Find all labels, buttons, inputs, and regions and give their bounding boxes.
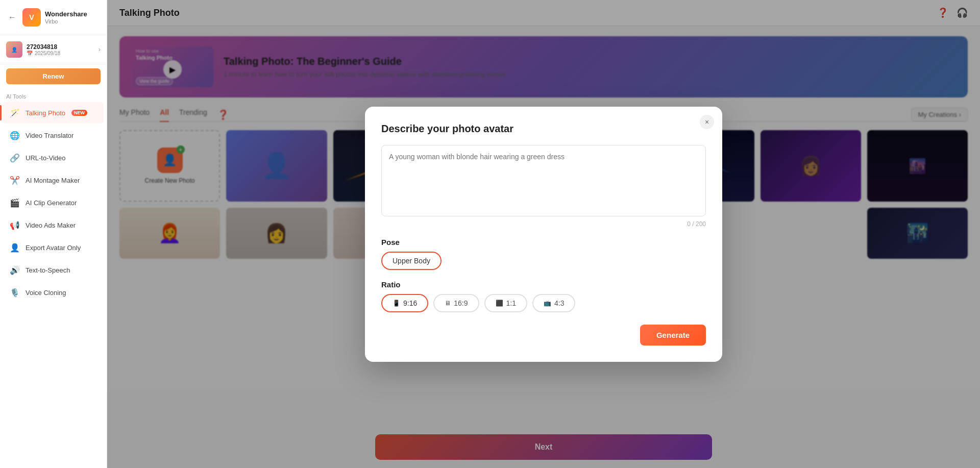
ratio-4-3-button[interactable]: 📺 4:3 [532,294,575,312]
logo-icon: V [22,8,41,27]
ai-montage-icon: ✂️ [9,175,20,186]
sidebar-item-url-to-video[interactable]: 🔗 URL-to-Video [3,147,104,168]
sidebar-item-label: Text-to-Speech [26,266,70,274]
ratio-16-9-button[interactable]: 🖥 16:9 [433,294,479,312]
video-translator-icon: 🌐 [9,130,20,141]
generate-button[interactable]: Generate [640,325,706,346]
ratio-4-3-label: 4:3 [554,299,564,307]
sidebar-item-label: AI Clip Generator [26,199,77,207]
avatar-description-input[interactable] [381,145,706,216]
calendar-icon: 📅 [27,51,33,56]
user-section: 👤 272034818 📅 2025/09/18 › [0,35,107,64]
ratio-1-1-button[interactable]: ⬛ 1:1 [484,294,527,312]
modal-actions: Generate [381,325,706,346]
sidebar-item-label: Export Avatar Only [26,244,81,252]
url-to-video-icon: 🔗 [9,152,20,163]
user-id: 272034818 [27,43,94,51]
sidebar-header: ← V Wondershare Virbo [0,0,107,35]
user-info: 272034818 📅 2025/09/18 [27,43,94,56]
ratio-section: Ratio 📱 9:16 🖥 16:9 ⬛ 1:1 📺 [381,280,706,312]
renew-button[interactable]: Renew [6,68,101,84]
square-icon: ⬛ [496,300,503,307]
sidebar-item-label: URL-to-Video [26,154,66,162]
ai-tools-label: AI Tools [0,88,107,102]
ai-clip-icon: 🎬 [9,197,20,208]
pose-section: Pose Upper Body [381,238,706,270]
pose-label: Pose [381,238,706,247]
export-avatar-icon: 👤 [9,242,20,253]
portrait-icon: 📱 [393,300,400,307]
main-area: Talking Photo ❓ 🎧 How to use Talking Pho… [107,0,980,468]
ratio-9-16-button[interactable]: 📱 9:16 [381,294,428,312]
sidebar-item-label: Voice Cloning [26,289,66,297]
sidebar-item-label: Video Translator [26,132,74,139]
landscape-icon: 🖥 [445,300,451,307]
sidebar-item-label: Video Ads Maker [26,221,76,229]
user-date: 📅 2025/09/18 [27,51,94,56]
ratio-9-16-label: 9:16 [403,299,417,307]
modal-overlay: × Describe your photo avatar 0 / 200 Pos… [107,0,980,468]
sidebar: ← V Wondershare Virbo 👤 272034818 📅 2025… [0,0,107,468]
sidebar-item-text-to-speech[interactable]: 🔊 Text-to-Speech [3,259,104,281]
voice-cloning-icon: 🎙️ [9,287,20,298]
sidebar-item-voice-cloning[interactable]: 🎙️ Voice Cloning [3,282,104,303]
sidebar-item-ai-clip-generator[interactable]: 🎬 AI Clip Generator [3,192,104,213]
ratio-16-9-label: 16:9 [454,299,468,307]
sidebar-item-label: AI Montage Maker [26,177,80,184]
char-count: 0 / 200 [381,220,706,228]
sidebar-item-video-ads-maker[interactable]: 📢 Video Ads Maker [3,214,104,236]
user-expand-icon[interactable]: › [99,46,101,53]
sidebar-item-export-avatar-only[interactable]: 👤 Export Avatar Only [3,237,104,258]
sidebar-item-ai-montage-maker[interactable]: ✂️ AI Montage Maker [3,169,104,191]
back-button[interactable]: ← [6,11,18,24]
ratio-1-1-label: 1:1 [506,299,516,307]
describe-avatar-modal: × Describe your photo avatar 0 / 200 Pos… [365,107,722,362]
ratio-options: 📱 9:16 🖥 16:9 ⬛ 1:1 📺 4:3 [381,294,706,312]
video-ads-icon: 📢 [9,219,20,231]
sidebar-item-video-translator[interactable]: 🌐 Video Translator [3,125,104,146]
tv-icon: 📺 [544,300,551,307]
sidebar-item-talking-photo[interactable]: 🪄 Talking Photo NEW [3,102,104,124]
modal-title: Describe your photo avatar [381,123,706,135]
pose-upper-body-button[interactable]: Upper Body [381,252,442,270]
sidebar-item-label: Talking Photo [26,109,65,117]
avatar: 👤 [6,41,22,58]
brand-info: Wondershare Virbo [45,10,87,24]
text-to-speech-icon: 🔊 [9,264,20,276]
modal-close-button[interactable]: × [700,115,714,129]
ratio-label: Ratio [381,280,706,289]
talking-photo-icon: 🪄 [9,107,20,118]
new-badge: NEW [71,110,87,116]
